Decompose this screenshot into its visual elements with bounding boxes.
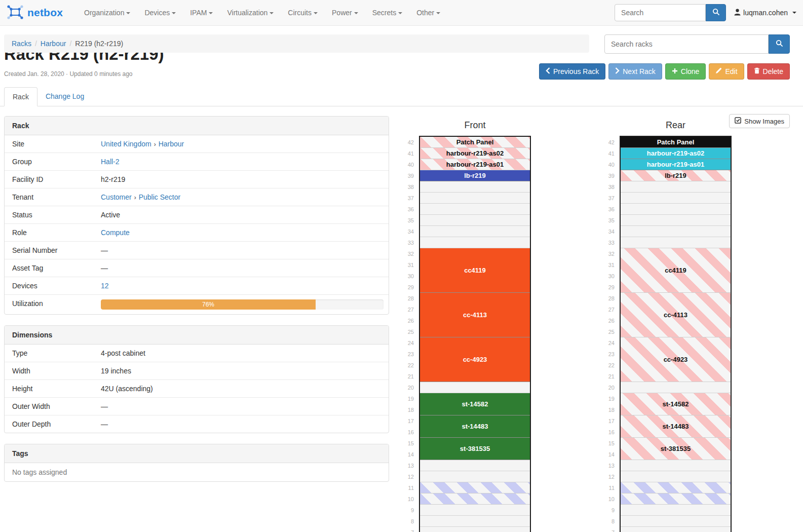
attr-label: Height	[5, 380, 101, 397]
empty-slot	[420, 226, 530, 237]
menu-item-organization[interactable]: Organization	[77, 1, 137, 24]
button-label: Edit	[725, 67, 737, 75]
breadcrumb-current: R219 (h2-r219)	[75, 40, 123, 48]
device-slot[interactable]: st-14582	[621, 393, 731, 415]
delete-button[interactable]: Delete	[747, 63, 790, 80]
rack-search-input[interactable]	[604, 34, 769, 54]
value-link[interactable]: Public Sector	[139, 193, 180, 201]
menu-item-other[interactable]: Other	[409, 1, 447, 24]
table-row: SiteUnited Kingdom›Harbour	[5, 135, 389, 153]
unit-number: 33	[603, 237, 615, 248]
chevron-left-icon	[546, 67, 550, 75]
device-slot[interactable]: cc4119	[621, 248, 731, 293]
empty-slot	[621, 193, 731, 204]
menu-item-circuits[interactable]: Circuits	[281, 1, 325, 24]
device-slot[interactable]: st-14483	[621, 415, 731, 438]
device-slot[interactable]: harbour-r219-as01	[621, 159, 731, 170]
attr-label: Width	[5, 362, 101, 379]
rear-rack: Patch Panelharbour-r219-as02harbour-r219…	[620, 136, 732, 532]
unit-number: 34	[603, 226, 615, 237]
tab-bar: RackChange Log	[0, 87, 803, 106]
empty-slot	[621, 382, 731, 393]
menu-item-power[interactable]: Power	[325, 1, 365, 24]
attr-value: 76%	[101, 295, 389, 314]
device-slot[interactable]: st-14483	[420, 415, 530, 438]
device-slot[interactable]: harbour-r219-as02	[420, 148, 530, 159]
netbox-logo[interactable]: netbox	[7, 5, 63, 21]
breadcrumb-link[interactable]: Racks	[12, 40, 31, 48]
attr-label: Asset Tag	[5, 259, 101, 277]
edit-button[interactable]: Edit	[709, 63, 744, 80]
unit-number: 31	[603, 259, 615, 271]
tab-rack[interactable]: Rack	[4, 87, 37, 106]
table-row: Outer Depth—	[5, 415, 389, 433]
value-link[interactable]: Compute	[101, 229, 130, 237]
menu-item-secrets[interactable]: Secrets	[365, 1, 409, 24]
global-search-button[interactable]	[706, 4, 726, 21]
empty-slot	[621, 460, 731, 471]
value-link[interactable]: Hall-2	[101, 158, 120, 166]
unit-number: 36	[603, 204, 615, 215]
plus-icon	[672, 67, 678, 75]
device-slot[interactable]: cc4119	[420, 248, 530, 293]
top-navbar: netbox OrganizationDevicesIPAMVirtualiza…	[0, 0, 803, 26]
next-rack-button[interactable]: Next Rack	[608, 63, 662, 80]
device-slot[interactable]: harbour-r219-as01	[420, 159, 530, 170]
tab-change-log[interactable]: Change Log	[37, 87, 92, 106]
value-link[interactable]: Customer	[101, 193, 132, 201]
previous-rack-button[interactable]: Previous Rack	[539, 63, 605, 80]
user-name: luqman.cohen	[743, 9, 788, 17]
attr-value: 12	[101, 277, 389, 294]
device-slot[interactable]: cc-4923	[420, 337, 530, 382]
menu-item-devices[interactable]: Devices	[137, 1, 183, 24]
empty-slot	[420, 382, 530, 393]
attr-label: Utilization	[5, 295, 101, 314]
unit-number: 22	[603, 360, 615, 371]
chevron-separator: ›	[151, 141, 159, 148]
unit-number: 32	[603, 248, 615, 259]
clone-button[interactable]: Clone	[665, 63, 706, 80]
unit-number: 39	[403, 170, 414, 181]
rack-search-button[interactable]	[769, 34, 790, 54]
unit-number: 12	[603, 471, 615, 482]
unit-number: 25	[603, 326, 615, 337]
unit-number: 26	[603, 315, 615, 326]
menu-item-ipam[interactable]: IPAM	[183, 1, 220, 24]
breadcrumb-link[interactable]: Harbour	[41, 40, 66, 48]
attr-value: 19 inches	[101, 362, 389, 379]
tags-panel-body: No tags assigned	[5, 463, 389, 481]
table-row: Asset Tag—	[5, 259, 389, 277]
device-slot[interactable]: st-14582	[420, 393, 530, 415]
device-slot[interactable]: cc-4113	[420, 293, 530, 337]
value-link[interactable]: 12	[101, 282, 109, 290]
empty-slot	[420, 460, 530, 471]
value-link[interactable]: Harbour	[159, 140, 184, 148]
tags-panel: Tags No tags assigned	[4, 444, 389, 482]
device-slot[interactable]: cc-4923	[621, 337, 731, 382]
attr-label: Outer Width	[5, 398, 101, 415]
device-slot[interactable]: st-381535	[420, 438, 530, 460]
table-row: TenantCustomer›Public Sector	[5, 188, 389, 206]
device-slot[interactable]: lb-r219	[621, 170, 731, 181]
device-slot[interactable]: Patch Panel	[420, 137, 530, 148]
device-slot[interactable]: st-381535	[621, 438, 731, 460]
empty-slot	[420, 204, 530, 215]
global-search-input[interactable]	[615, 4, 706, 21]
utilization-bar: 76%	[101, 299, 384, 310]
table-row: Serial Number—	[5, 241, 389, 259]
table-row: Facility IDh2-r219	[5, 170, 389, 188]
user-menu[interactable]: luqman.cohen	[734, 9, 796, 17]
empty-slot	[420, 193, 530, 204]
device-slot[interactable]: Patch Panel	[621, 137, 731, 148]
value-link[interactable]: United Kingdom	[101, 140, 151, 148]
rack-panel-header: Rack	[5, 117, 389, 135]
unit-number: 13	[403, 460, 414, 471]
device-slot[interactable]: cc-4113	[621, 293, 731, 337]
menu-item-virtualization[interactable]: Virtualization	[220, 1, 281, 24]
unit-number: 21	[403, 371, 414, 382]
breadcrumb: Racks/Harbour/R219 (h2-r219)	[4, 34, 589, 53]
chevron-right-icon	[615, 67, 620, 75]
device-slot[interactable]: lb-r219	[420, 170, 530, 181]
utilization-fill: 76%	[101, 299, 316, 310]
device-slot[interactable]: harbour-r219-as02	[621, 148, 731, 159]
